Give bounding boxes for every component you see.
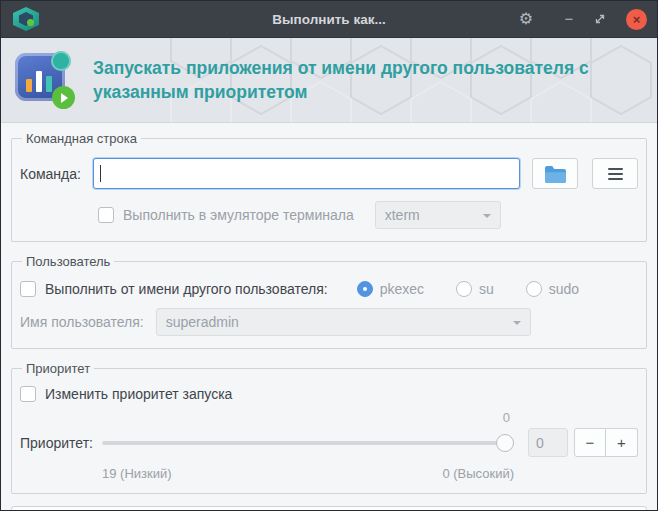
priority-max-label: 0 (Высокий) — [442, 466, 514, 481]
terminal-emulator-select[interactable]: xterm — [375, 201, 501, 229]
radio-sudo-control[interactable] — [526, 281, 542, 297]
change-priority-checkbox[interactable] — [20, 386, 36, 402]
slider-handle[interactable] — [496, 434, 514, 452]
radio-su[interactable]: su — [456, 281, 494, 297]
text-caret — [100, 165, 101, 182]
close-button[interactable]: × — [626, 9, 647, 30]
folder-icon — [544, 165, 566, 183]
command-section: Командная строка Команда: — [11, 131, 647, 242]
radio-su-control[interactable] — [456, 281, 472, 297]
menu-icon — [608, 168, 623, 180]
priority-section: Приоритет Изменить приоритет запуска 0 П… — [11, 361, 647, 494]
username-value: superadmin — [166, 314, 239, 330]
restore-icon — [593, 12, 607, 26]
history-menu-button[interactable] — [592, 158, 638, 189]
main-content: Командная строка Команда: — [1, 123, 657, 511]
header: Запускать приложения от имени другого по… — [1, 38, 657, 123]
priority-spinbox[interactable]: 0 — [528, 428, 568, 457]
command-section-legend: Командная строка — [22, 131, 141, 146]
slider-groove — [102, 441, 514, 445]
settings-gear-icon[interactable]: ⚙ — [517, 9, 535, 29]
priority-min-label: 19 (Низкий) — [102, 466, 172, 481]
restore-button[interactable] — [593, 12, 611, 26]
priority-label: Приоритет: — [20, 435, 102, 451]
radio-pkexec-control[interactable] — [357, 281, 373, 297]
change-priority-label: Изменить приоритет запуска — [45, 386, 232, 402]
username-label: Имя пользователя: — [20, 314, 144, 330]
app-window: Выполнить как... ⚙ − × — [0, 0, 658, 511]
chevron-down-icon — [483, 214, 491, 222]
radio-pkexec[interactable]: pkexec — [357, 281, 424, 297]
radio-su-label: su — [479, 281, 494, 297]
terminal-emulator-value: xterm — [385, 207, 420, 223]
priority-spin-buttons: − + — [574, 428, 638, 457]
radio-sudo[interactable]: sudo — [526, 281, 579, 297]
run-button[interactable]: ▶ Запустить — [11, 506, 647, 511]
priority-slider[interactable] — [102, 434, 514, 452]
decrement-button[interactable]: − — [574, 428, 606, 457]
page-title: Запускать приложения от имени другого по… — [93, 56, 638, 105]
priority-spin-value: 0 — [536, 435, 544, 451]
gear-badge-icon — [51, 51, 71, 71]
chevron-down-icon — [513, 321, 521, 329]
priority-section-legend: Приоритет — [22, 361, 94, 376]
increment-button[interactable]: + — [606, 428, 638, 457]
terminal-checkbox-label: Выполнить в эмуляторе терминала — [123, 207, 354, 223]
username-select[interactable]: superadmin — [156, 308, 531, 336]
command-label: Команда: — [20, 166, 81, 182]
run-as-user-checkbox[interactable] — [20, 281, 36, 297]
app-icon-small — [13, 7, 39, 31]
command-input[interactable] — [93, 158, 520, 189]
titlebar[interactable]: Выполнить как... ⚙ − × — [1, 1, 657, 38]
auth-method-radio-group: pkexec su sudo — [357, 281, 580, 297]
play-badge-icon — [52, 86, 75, 109]
user-section-legend: Пользователь — [22, 254, 114, 269]
run-as-user-label: Выполнить от имени другого пользователя: — [45, 281, 328, 297]
browse-file-button[interactable] — [532, 158, 578, 189]
app-icon-large — [15, 51, 75, 109]
user-section: Пользователь Выполнить от имени другого … — [11, 254, 647, 349]
slider-current-value: 0 — [503, 410, 510, 427]
minimize-button[interactable]: − — [560, 9, 578, 29]
radio-pkexec-label: pkexec — [380, 281, 424, 297]
radio-sudo-label: sudo — [549, 281, 579, 297]
window-controls: ⚙ − × — [517, 9, 647, 30]
terminal-checkbox[interactable] — [98, 207, 114, 223]
